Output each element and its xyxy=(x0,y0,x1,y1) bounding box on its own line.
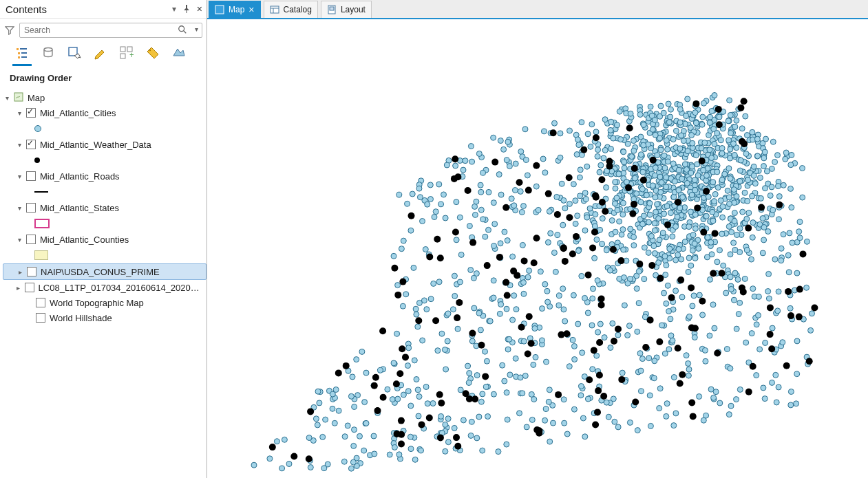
svg-point-1410 xyxy=(505,417,510,422)
list-selection-button[interactable] xyxy=(66,45,83,61)
svg-point-1620 xyxy=(525,351,531,358)
svg-point-127 xyxy=(443,367,449,372)
close-icon[interactable]: × xyxy=(197,3,202,14)
map-canvas[interactable] xyxy=(207,19,868,478)
tree-root-map[interactable]: ▾Map xyxy=(3,90,207,105)
visibility-checkbox[interactable] xyxy=(26,203,36,213)
svg-point-151 xyxy=(509,196,514,202)
svg-point-1332 xyxy=(775,184,781,189)
layer-symbol-states[interactable] xyxy=(3,215,207,232)
svg-point-1538 xyxy=(533,162,540,169)
layer-counties[interactable]: ▾Mid_Atlantic_Counties xyxy=(3,232,207,247)
svg-point-1607 xyxy=(533,235,540,241)
layer-naip[interactable]: ▸NAIP\USDA_CONUS_PRIME xyxy=(3,263,207,280)
svg-point-1367 xyxy=(673,224,679,230)
close-icon[interactable]: × xyxy=(248,5,254,14)
layer-lc08[interactable]: ▸LC08_L1TP_017034_20160614_20200906_02_T… xyxy=(3,280,207,295)
list-source-button[interactable] xyxy=(40,45,56,61)
svg-point-1637 xyxy=(478,342,485,349)
svg-point-1272 xyxy=(478,399,484,404)
layer-roads[interactable]: ▾Mid_Atlantic_Roads xyxy=(3,169,207,184)
svg-point-1245 xyxy=(725,188,730,193)
expand-icon[interactable]: ▾ xyxy=(15,109,23,117)
svg-point-1688 xyxy=(657,275,664,282)
svg-point-1569 xyxy=(699,157,706,164)
layer-cities[interactable]: ▾Mid_Atlantic_Cities xyxy=(3,105,207,120)
search-input[interactable] xyxy=(19,23,202,38)
svg-point-1520 xyxy=(647,393,653,398)
search-dropdown-icon[interactable]: ▾ xyxy=(195,25,198,33)
expand-icon[interactable]: ▾ xyxy=(3,94,11,102)
visibility-checkbox[interactable] xyxy=(27,267,36,276)
tab-map[interactable]: Map× xyxy=(209,1,261,18)
svg-point-1010 xyxy=(695,173,701,178)
svg-point-1088 xyxy=(274,439,279,444)
tab-layout[interactable]: Layout xyxy=(321,1,372,18)
svg-point-1217 xyxy=(621,247,626,252)
layer-topomap[interactable]: ▸World Topographic Map xyxy=(3,295,207,310)
svg-point-1654 xyxy=(650,157,657,164)
svg-point-1530 xyxy=(391,265,398,272)
svg-point-963 xyxy=(776,217,782,222)
visibility-checkbox[interactable] xyxy=(36,313,45,323)
visibility-checkbox[interactable] xyxy=(25,283,34,292)
layer-symbol-roads[interactable] xyxy=(3,184,207,200)
svg-point-1499 xyxy=(757,347,763,352)
svg-point-1602 xyxy=(454,314,461,321)
svg-point-1566 xyxy=(408,213,415,219)
expand-icon[interactable]: ▾ xyxy=(15,173,23,180)
layer-hillshade[interactable]: ▸World Hillshade xyxy=(3,310,207,325)
svg-point-256 xyxy=(408,403,414,409)
svg-point-1267 xyxy=(702,347,708,353)
layer-symbol-counties[interactable] xyxy=(3,247,207,263)
svg-point-1526 xyxy=(380,394,387,401)
filter-icon[interactable] xyxy=(4,25,15,36)
svg-point-1301 xyxy=(501,146,507,152)
list-snapping-button[interactable]: + xyxy=(118,45,135,61)
layer-symbol-cities[interactable] xyxy=(3,120,207,137)
expand-icon[interactable]: ▸ xyxy=(15,284,22,292)
svg-point-1422 xyxy=(666,120,672,125)
expand-icon[interactable]: ▾ xyxy=(15,141,23,149)
expand-icon[interactable]: ▸ xyxy=(16,268,24,276)
visibility-checkbox[interactable] xyxy=(26,171,36,181)
svg-point-1417 xyxy=(775,308,781,314)
svg-point-1601 xyxy=(596,372,603,379)
svg-point-1408 xyxy=(552,120,558,126)
list-labeling-button[interactable] xyxy=(145,45,161,61)
svg-point-1251 xyxy=(348,393,354,399)
svg-point-1621 xyxy=(372,374,379,381)
svg-point-418 xyxy=(577,175,582,180)
visibility-checkbox[interactable] xyxy=(26,140,36,149)
svg-point-474 xyxy=(620,370,625,376)
list-editing-button[interactable] xyxy=(92,45,109,61)
layer-weather[interactable]: ▾Mid_Atlantic_Weather_Data xyxy=(3,137,207,152)
svg-point-830 xyxy=(656,260,661,265)
svg-point-0 xyxy=(179,26,184,32)
layer-states[interactable]: ▾Mid_Atlantic_States xyxy=(3,200,207,215)
expand-icon[interactable]: ▾ xyxy=(15,204,23,212)
svg-point-825 xyxy=(631,148,637,153)
svg-point-1593 xyxy=(437,254,444,261)
visibility-checkbox[interactable] xyxy=(26,108,36,118)
svg-point-1315 xyxy=(351,443,357,448)
svg-point-1268 xyxy=(419,448,424,453)
chevron-down-icon[interactable]: ▾ xyxy=(172,4,176,14)
layer-symbol-weather[interactable] xyxy=(3,152,207,169)
svg-point-1656 xyxy=(466,395,473,402)
svg-point-1322 xyxy=(779,258,784,263)
svg-point-1210 xyxy=(587,206,593,211)
tab-catalog[interactable]: Catalog xyxy=(264,1,318,18)
svg-point-1004 xyxy=(483,349,488,354)
list-perspective-button[interactable] xyxy=(171,45,187,61)
visibility-checkbox[interactable] xyxy=(36,298,45,307)
expand-icon[interactable]: ▾ xyxy=(15,236,23,243)
svg-point-1180 xyxy=(580,350,585,356)
list-drawing-order-button[interactable] xyxy=(14,45,30,61)
svg-point-1557 xyxy=(712,230,719,237)
search-icon[interactable] xyxy=(178,25,187,36)
pin-icon[interactable] xyxy=(183,3,190,15)
svg-point-1641 xyxy=(398,417,405,424)
svg-point-1092 xyxy=(761,225,767,230)
visibility-checkbox[interactable] xyxy=(26,235,36,244)
